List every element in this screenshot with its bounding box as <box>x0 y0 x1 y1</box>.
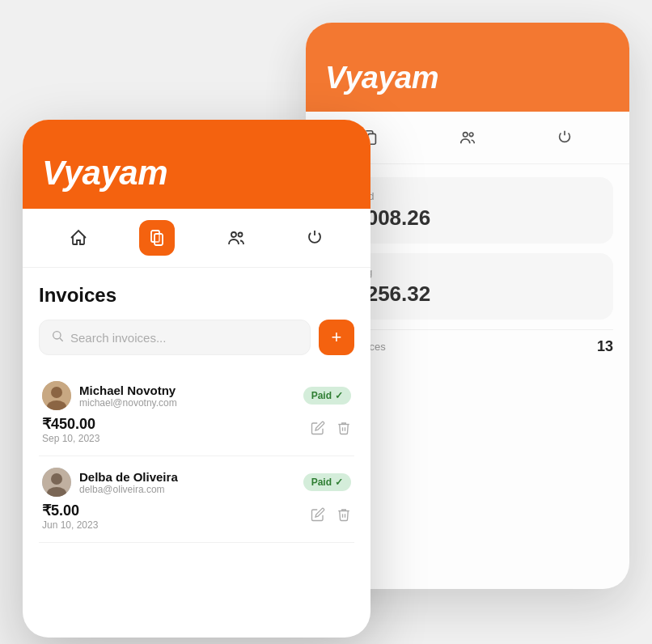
svg-point-11 <box>51 387 62 398</box>
svg-point-2 <box>464 133 468 138</box>
invoice-1-amount: ₹450.00 <box>42 415 99 433</box>
invoice-2-delete-icon[interactable] <box>337 507 351 526</box>
back-pending-label: pending <box>335 266 600 278</box>
search-row: Search invoices... + <box>39 320 354 355</box>
invoice-list: Michael Novotny michael@novotny.com Paid… <box>39 370 354 543</box>
invoice-2-name: Delba de Oliveira <box>79 470 178 484</box>
back-card-header: Vyayam <box>306 23 629 112</box>
invoice-2-top-row: Delba de Oliveira delba@oliveira.com Pai… <box>42 468 351 497</box>
search-icon <box>51 329 64 345</box>
invoice-2-amount-date: ₹5.00 Jun 10, 2023 <box>42 502 98 531</box>
people-nav-icon[interactable] <box>218 220 254 256</box>
front-card-header: Vyayam <box>23 120 370 209</box>
documents-nav-icon[interactable] <box>139 220 175 256</box>
add-invoice-button[interactable]: + <box>319 320 354 355</box>
invoice-2-user-info: Delba de Oliveira delba@oliveira.com <box>42 468 178 497</box>
svg-rect-5 <box>155 234 163 245</box>
back-selected-value: ₹1,008.26 <box>335 205 600 231</box>
invoice-item-2: Delba de Oliveira delba@oliveira.com Pai… <box>39 456 354 543</box>
invoice-2-status: Paid ✓ <box>303 473 351 491</box>
invoice-1-status: Paid ✓ <box>303 387 351 405</box>
front-card-title: Vyayam <box>42 154 167 193</box>
back-power-icon[interactable] <box>550 123 579 152</box>
svg-point-6 <box>231 232 236 237</box>
invoice-1-avatar <box>42 381 71 410</box>
invoice-1-user-details: Michael Novotny michael@novotny.com <box>79 383 177 409</box>
back-selected-label: selected <box>335 190 600 202</box>
front-card-nav <box>23 209 370 268</box>
search-box[interactable]: Search invoices... <box>39 320 311 355</box>
svg-point-8 <box>53 332 61 339</box>
invoice-2-bottom-row: ₹5.00 Jun 10, 2023 <box>42 502 351 531</box>
invoice-1-actions <box>311 421 351 439</box>
invoice-1-date: Sep 10, 2023 <box>42 433 99 444</box>
power-nav-icon[interactable] <box>297 220 332 256</box>
back-card-title: Vyayam <box>325 61 438 95</box>
page-title: Invoices <box>39 284 354 307</box>
invoice-1-amount-date: ₹450.00 Sep 10, 2023 <box>42 415 99 444</box>
invoice-1-name: Michael Novotny <box>79 383 177 397</box>
back-total-value: 13 <box>597 338 613 355</box>
svg-point-14 <box>51 473 62 485</box>
invoice-2-avatar <box>42 468 71 497</box>
invoice-2-edit-icon[interactable] <box>311 507 325 526</box>
back-people-icon[interactable] <box>453 123 482 152</box>
invoice-2-user-details: Delba de Oliveira delba@oliveira.com <box>79 470 178 495</box>
svg-point-3 <box>469 133 473 137</box>
invoice-1-email: michael@novotny.com <box>79 397 177 409</box>
scene: Vyayam selected <box>23 23 629 621</box>
invoice-2-amount: ₹5.00 <box>42 502 98 519</box>
search-placeholder: Search invoices... <box>70 331 166 345</box>
invoice-2-actions <box>311 507 351 526</box>
svg-point-7 <box>238 233 242 237</box>
invoice-item-1: Michael Novotny michael@novotny.com Paid… <box>39 370 354 456</box>
invoice-2-email: delba@oliveira.com <box>79 484 178 495</box>
invoice-2-date: Jun 10, 2023 <box>42 519 98 531</box>
home-nav-icon[interactable] <box>61 220 96 256</box>
invoice-1-delete-icon[interactable] <box>337 421 351 439</box>
invoice-1-edit-icon[interactable] <box>311 421 325 439</box>
front-card: Vyayam <box>23 120 370 638</box>
back-pending-value: ₹1,256.32 <box>335 282 600 307</box>
invoice-1-bottom-row: ₹450.00 Sep 10, 2023 <box>42 415 351 444</box>
front-card-content: Invoices Search invoices... + <box>23 268 370 543</box>
invoice-1-user-info: Michael Novotny michael@novotny.com <box>42 381 177 410</box>
invoice-1-top-row: Michael Novotny michael@novotny.com Paid… <box>42 381 351 410</box>
svg-line-9 <box>60 338 63 341</box>
